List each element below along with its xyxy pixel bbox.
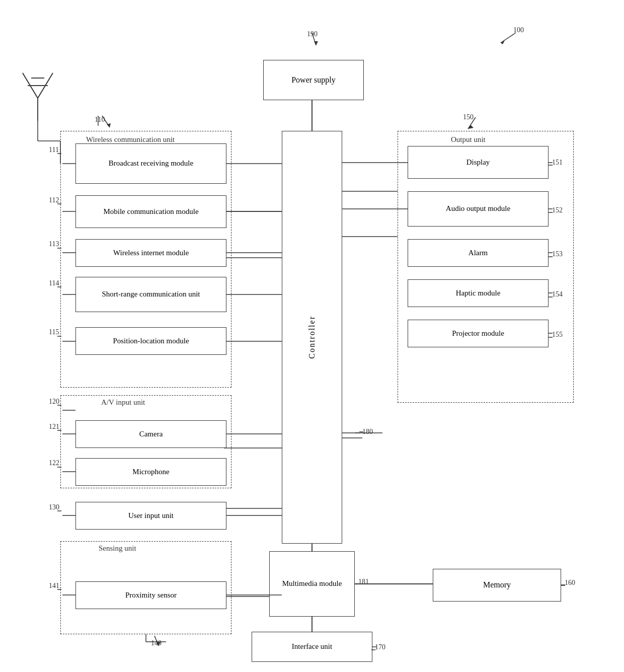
tick-112 [47, 199, 62, 209]
svg-line-2 [38, 73, 53, 98]
alarm-box: Alarm [408, 239, 549, 267]
tick-160 [561, 580, 569, 590]
broadcast-receiving-box: Broadcast receiving module [75, 143, 226, 184]
tick-155 [549, 332, 556, 342]
tick-154 [549, 292, 556, 302]
camera-box: Camera [75, 420, 226, 448]
mobile-comm-box: Mobile communication module [75, 195, 226, 228]
diagram: 100 190 Power supply 110 Wireless commun… [0, 0, 624, 672]
tick-130 [47, 506, 62, 516]
memory-box: Memory [433, 569, 561, 602]
tick-152 [549, 207, 556, 217]
tick-113 [47, 243, 62, 253]
arrow-140 [148, 633, 169, 648]
microphone-box: Microphone [75, 458, 226, 486]
svg-marker-37 [468, 125, 474, 129]
arrow-100 [496, 30, 521, 45]
svg-marker-35 [157, 642, 161, 646]
output-label: Output unit [451, 135, 486, 144]
svg-line-18 [501, 33, 516, 43]
proximity-sensor-box: Proximity sensor [75, 581, 226, 609]
svg-line-48 [23, 73, 38, 98]
power-supply-box: Power supply [263, 60, 364, 100]
tick-121 [47, 425, 62, 435]
display-box: Display [408, 146, 549, 179]
arrow-150 [460, 115, 486, 132]
user-input-box: User input unit [75, 502, 226, 530]
tick-153 [549, 252, 556, 262]
tick-115 [47, 331, 62, 341]
tick-122 [47, 462, 62, 472]
arrow-190 [307, 30, 327, 50]
tick-170 [371, 645, 379, 655]
projector-box: Projector module [408, 320, 549, 347]
arrow-110 [95, 113, 120, 131]
svg-marker-21 [314, 41, 318, 45]
tick-180 [359, 427, 367, 437]
wireless-internet-box: Wireless internet module [75, 239, 226, 267]
av-input-label: A/V input unit [101, 398, 145, 407]
tick-141 [47, 584, 62, 594]
multimedia-box: Multimedia module [269, 551, 355, 617]
tick-151 [549, 160, 556, 170]
short-range-box: Short-range communication unit [75, 277, 226, 312]
tick-114 [47, 282, 62, 292]
haptic-box: Haptic module [408, 279, 549, 307]
svg-line-1 [23, 73, 38, 98]
svg-line-49 [38, 73, 53, 98]
wireless-comm-label: Wireless communication unit [86, 135, 175, 144]
position-location-box: Position-location module [75, 327, 226, 355]
sensing-label: Sensing unit [99, 544, 136, 553]
interface-box: Interface unit [252, 632, 372, 662]
tick-111 [47, 148, 62, 159]
audio-output-box: Audio output module [408, 191, 549, 227]
controller-box: Controller [282, 131, 342, 544]
tick-181 [355, 579, 363, 589]
